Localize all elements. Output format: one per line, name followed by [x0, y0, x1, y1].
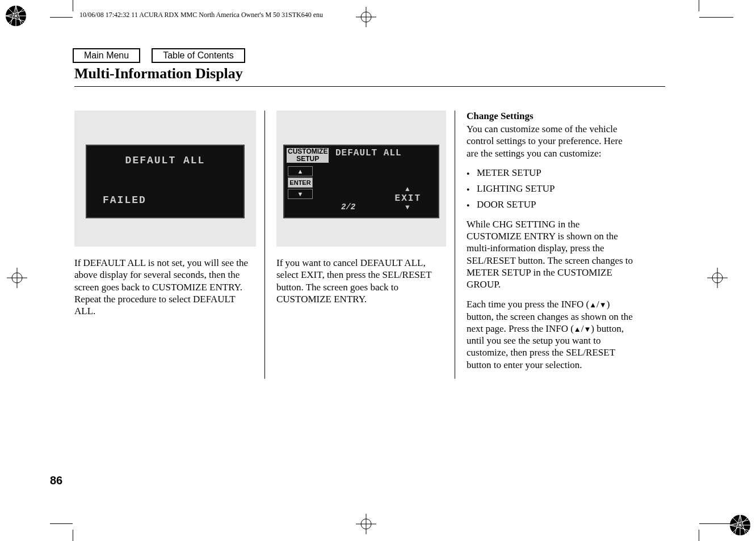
column-3-intro: You can customize some of the vehicle co… [467, 123, 636, 159]
main-menu-button[interactable]: Main Menu [73, 48, 140, 63]
display-illustration-2: CUSTOMIZE SETUP DEFAULT ALL ▲ ENTER ▼ ▲ … [276, 111, 446, 247]
lcd-label-line1: CUSTOMIZE [288, 147, 327, 155]
print-header: 10/06/08 17:42:32 11 ACURA RDX MMC North… [79, 11, 323, 19]
registration-radial-br [729, 514, 751, 536]
bullet-lighting: LIGHTING SETUP [467, 183, 636, 195]
crop-mark [699, 530, 699, 541]
registration-mark-right [707, 268, 728, 288]
registration-mark-top [356, 7, 376, 27]
registration-radial-tl [5, 5, 27, 27]
crop-mark [699, 0, 699, 11]
settings-list: METER SETUP LIGHTING SETUP DOOR SETUP [467, 167, 636, 210]
lcd-customize-label: CUSTOMIZE SETUP [287, 148, 329, 163]
column-2: CUSTOMIZE SETUP DEFAULT ALL ▲ ENTER ▼ ▲ … [264, 111, 455, 379]
crop-mark [73, 0, 73, 11]
registration-mark-left [7, 268, 27, 288]
up-arrow-icon: ▲ [395, 185, 421, 193]
content-columns: DEFAULT ALL FAILED If DEFAULT ALL is not… [74, 111, 670, 379]
lcd-button-stack: ▲ ENTER ▼ [288, 166, 313, 200]
page-number: 86 [50, 474, 62, 487]
lcd-exit-group: ▲ EXIT ▼ [395, 185, 421, 212]
page-title: Multi-Information Display [74, 65, 243, 82]
title-rule [74, 86, 665, 87]
change-settings-heading: Change Settings [467, 111, 636, 122]
column-1: DEFAULT ALL FAILED If DEFAULT ALL is not… [74, 111, 264, 379]
lcd-screen-customize: CUSTOMIZE SETUP DEFAULT ALL ▲ ENTER ▼ ▲ … [283, 145, 439, 218]
lcd-status: FAILED [103, 195, 146, 206]
lcd-down-button: ▼ [288, 189, 313, 199]
lcd-label-line2: SETUP [296, 155, 319, 163]
registration-mark-bottom [356, 514, 376, 534]
triangle-down-icon [599, 299, 607, 310]
column-1-text: If DEFAULT ALL is not set, you will see … [74, 257, 256, 317]
triangle-up-icon [589, 299, 597, 310]
p3a: Each time you press the INFO ( [467, 299, 589, 310]
bullet-meter: METER SETUP [467, 167, 636, 179]
crop-mark [699, 523, 733, 524]
crop-mark [50, 523, 73, 524]
triangle-up-icon [574, 323, 581, 334]
lcd-default-all: DEFAULT ALL [335, 148, 402, 158]
column-3-p3: Each time you press the INFO (/) button,… [467, 298, 636, 371]
lcd-title: DEFAULT ALL [87, 146, 243, 166]
column-3: Change Settings You can customize some o… [455, 111, 645, 379]
display-illustration-1: DEFAULT ALL FAILED [74, 111, 256, 247]
triangle-down-icon [583, 323, 591, 334]
lcd-page-indicator: 2/2 [341, 202, 355, 212]
crop-mark [50, 17, 73, 18]
lcd-exit-label: EXIT [395, 193, 421, 204]
lcd-enter-button: ENTER [288, 177, 313, 188]
column-3-p2: While CHG SETTING in the CUSTOMIZE ENTRY… [467, 218, 636, 291]
lcd-up-button: ▲ [288, 166, 313, 176]
crop-mark [699, 17, 733, 18]
lcd-screen-failed: DEFAULT ALL FAILED [86, 145, 245, 218]
bullet-door: DOOR SETUP [467, 199, 636, 210]
toc-button[interactable]: Table of Contents [152, 48, 245, 63]
down-arrow-icon: ▼ [395, 204, 421, 212]
crop-mark [73, 530, 73, 541]
column-2-text: If you want to cancel DEFAULT ALL, selec… [276, 257, 446, 305]
